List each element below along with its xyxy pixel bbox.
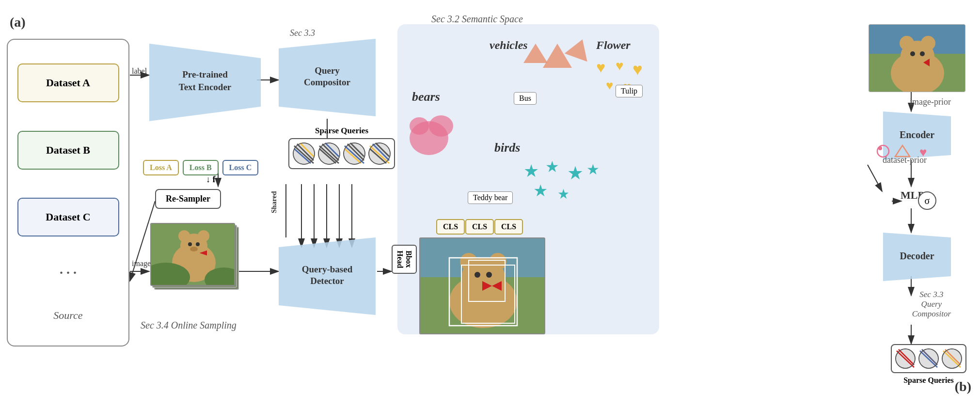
svg-text:★: ★: [567, 163, 584, 183]
right-panel-image: [869, 24, 965, 92]
bears-shapes: [405, 109, 463, 162]
svg-point-70: [196, 242, 200, 246]
loss-b-box: Loss B: [183, 160, 219, 175]
svg-text:♥: ♥: [632, 60, 643, 79]
svg-point-121: [878, 146, 882, 150]
query-circle-2: [317, 142, 341, 165]
svg-text:♥: ♥: [919, 145, 927, 159]
sparse-queries-bottom-container: Sparse Queries: [891, 344, 966, 385]
dataset-a-card: Dataset A: [17, 63, 119, 102]
image-arrow-text: image: [132, 259, 151, 268]
sparse-queries-label-2: Sparse Queries: [891, 376, 966, 385]
svg-point-71: [190, 247, 198, 252]
cls-box-1: CLS: [436, 219, 465, 235]
vehicles-shapes: [523, 34, 596, 82]
loss-c-box: Loss C: [222, 160, 259, 175]
svg-text:★: ★: [533, 182, 548, 200]
sparse-queries-box-2: [891, 344, 966, 373]
bears-label: bears: [412, 90, 440, 104]
svg-point-88: [429, 115, 453, 137]
svg-text:Shared: Shared: [270, 191, 278, 213]
svg-text:Query-based: Query-based: [302, 264, 353, 274]
svg-marker-81: [565, 35, 594, 62]
svg-text:♥: ♥: [596, 59, 605, 76]
query-detector-shape: Query-based Detector: [279, 237, 376, 315]
svg-point-113: [900, 36, 914, 50]
svg-text:★: ★: [586, 161, 600, 177]
svg-text:★: ★: [557, 187, 569, 202]
query-circle-3: [343, 142, 366, 165]
svg-point-103: [486, 272, 492, 278]
flower-label: Flower: [596, 39, 631, 52]
birds-shapes: ★ ★ ★ ★ ★ ★: [523, 155, 611, 218]
vehicles-label: vehicles: [490, 39, 528, 52]
birds-label: birds: [494, 141, 520, 155]
query-circle-1: [292, 142, 316, 165]
flower-shapes: ♥ ♥ ♥ ♥ ♥: [591, 53, 669, 111]
cls-box-3: CLS: [494, 219, 523, 235]
svg-point-89: [410, 117, 429, 135]
sigma-circle: σ: [918, 191, 936, 210]
svg-point-69: [188, 242, 192, 246]
svg-text:★: ★: [523, 161, 539, 181]
svg-text:Query: Query: [315, 65, 340, 76]
svg-marker-80: [523, 44, 548, 63]
text-encoder-shape: Pre-trained Text Encoder: [149, 44, 261, 121]
teddy-bear-label-box: Teddy bear: [468, 191, 513, 204]
rq-circle-2: [918, 348, 939, 369]
dataset-c-card: Dataset C: [17, 198, 119, 236]
tulip-label-box: Tulip: [616, 85, 643, 97]
dataset-b-card: Dataset B: [17, 131, 119, 170]
svg-text:Text Encoder: Text Encoder: [179, 82, 232, 92]
rq-circle-1: [895, 348, 916, 369]
sparse-queries-top-container: Sparse Queries: [288, 126, 395, 169]
svg-line-29: [868, 165, 882, 191]
bus-label-box: Bus: [514, 92, 537, 105]
query-compositor-shape: Query Compositor: [279, 39, 376, 116]
svg-text:♥: ♥: [616, 58, 624, 73]
svg-point-68: [198, 230, 209, 242]
diagram-container: Shared (a) Dataset A Dataset B Dataset C…: [0, 0, 980, 409]
sec34-label: Sec 3.4 Online Sampling: [141, 320, 237, 331]
svg-point-101: [489, 253, 506, 270]
detection-image: [419, 237, 545, 334]
cls-box-2: CLS: [465, 219, 494, 235]
sec33-label: Sec 3.3: [290, 28, 315, 38]
dots: · · ·: [60, 265, 77, 281]
dataset-prior-icons: ♥: [876, 143, 953, 160]
image-prior-label: image-prior: [910, 97, 951, 107]
panel-a-label: (a): [10, 15, 26, 30]
svg-text:Pre-trained: Pre-trained: [182, 69, 228, 79]
svg-point-115: [910, 51, 915, 56]
query-circle-4: [368, 142, 391, 165]
svg-text:Decoder: Decoder: [900, 251, 934, 261]
svg-point-114: [921, 36, 935, 50]
rq-circle-3: [941, 348, 963, 369]
resampler-box: Re-Sampler: [155, 189, 221, 209]
svg-marker-79: [543, 44, 572, 68]
loss-container: Loss A Loss B Loss C: [143, 160, 258, 175]
sparse-queries-box-1: [288, 138, 395, 169]
sec32-label: Sec 3.2 Semantic Space: [431, 14, 523, 25]
source-label: Source: [53, 309, 82, 322]
label-arrow-text: label: [132, 67, 147, 76]
right-decoder-shape: Decoder: [869, 233, 965, 281]
svg-text:Encoder: Encoder: [900, 129, 934, 140]
svg-point-102: [474, 272, 480, 278]
sparse-queries-label-1: Sparse Queries: [288, 126, 395, 136]
svg-marker-122: [895, 145, 910, 157]
bbox-head-box: BboxHead: [392, 245, 417, 274]
loss-a-box: Loss A: [143, 160, 179, 175]
f-label: ↓ f: [206, 174, 216, 185]
source-box: Dataset A Dataset B Dataset C · · · Sour…: [7, 39, 129, 346]
svg-point-67: [178, 230, 190, 242]
svg-text:♥: ♥: [606, 79, 613, 93]
svg-point-116: [920, 51, 925, 56]
svg-text:Compositor: Compositor: [304, 77, 351, 87]
svg-text:Detector: Detector: [310, 276, 344, 286]
svg-text:★: ★: [545, 158, 559, 175]
sec33b-label: Sec 3.3QueryCompositor: [912, 290, 951, 319]
